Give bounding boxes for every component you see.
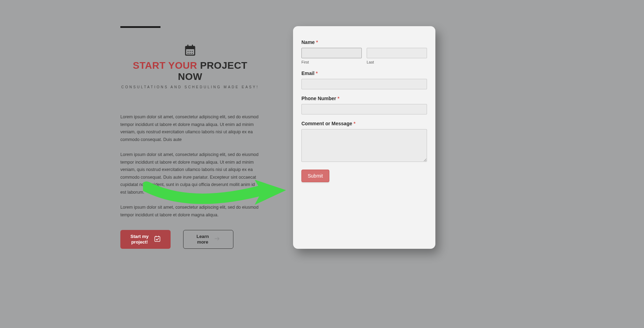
button-row: Start my project! Learn more [120, 230, 260, 249]
first-sublabel: First [301, 60, 362, 64]
last-name-input[interactable] [367, 48, 427, 58]
email-label: Email * [301, 70, 427, 76]
svg-rect-3 [192, 45, 193, 47]
name-label: Name * [301, 39, 427, 45]
svg-rect-1 [186, 46, 195, 49]
learn-more-label: Learn more [196, 234, 209, 245]
svg-point-8 [190, 53, 191, 54]
page-heading: START YOUR PROJECT NOW [120, 60, 260, 82]
learn-more-button[interactable]: Learn more [183, 230, 233, 249]
paragraph-2: Lorem ipsum dolor sit amet, consectetur … [120, 151, 260, 196]
svg-point-6 [192, 51, 193, 52]
svg-rect-10 [155, 237, 160, 241]
email-group: Email * [301, 70, 427, 89]
svg-point-9 [192, 53, 193, 54]
contact-form-card: Name * First Last Email * Phone Num [293, 26, 435, 249]
heading-red-part: START YOUR [133, 60, 200, 71]
calendar-icon [120, 45, 260, 56]
left-content: START YOUR PROJECT NOW CONSULTATIONS AND… [120, 26, 260, 249]
submit-button[interactable]: Submit [301, 170, 329, 182]
email-input[interactable] [301, 79, 427, 89]
svg-rect-11 [156, 236, 157, 237]
paragraph-1: Lorem ipsum dolor sit amet, consectetur … [120, 113, 260, 143]
message-label: Comment or Message * [301, 121, 427, 126]
message-group: Comment or Message * [301, 121, 427, 163]
start-project-label: Start my project! [130, 234, 149, 245]
arrow-icon [215, 237, 220, 242]
first-name-input[interactable] [301, 48, 362, 58]
calendar-check-icon [154, 236, 160, 243]
message-textarea[interactable] [301, 129, 427, 162]
svg-point-7 [188, 53, 189, 54]
start-project-button[interactable]: Start my project! [120, 230, 171, 249]
svg-point-4 [188, 51, 189, 52]
phone-input[interactable] [301, 104, 427, 114]
svg-rect-12 [158, 236, 159, 237]
divider-line [120, 26, 160, 28]
svg-point-5 [190, 51, 191, 52]
phone-label: Phone Number * [301, 96, 427, 101]
svg-rect-2 [187, 45, 188, 47]
subheading: CONSULTATIONS AND SCHEDULING MADE EASY! [120, 85, 260, 89]
last-sublabel: Last [367, 60, 427, 64]
paragraph-3: Lorem ipsum dolor sit amet, consectetur … [120, 204, 260, 219]
name-group: Name * First Last [301, 39, 427, 64]
phone-group: Phone Number * [301, 96, 427, 114]
